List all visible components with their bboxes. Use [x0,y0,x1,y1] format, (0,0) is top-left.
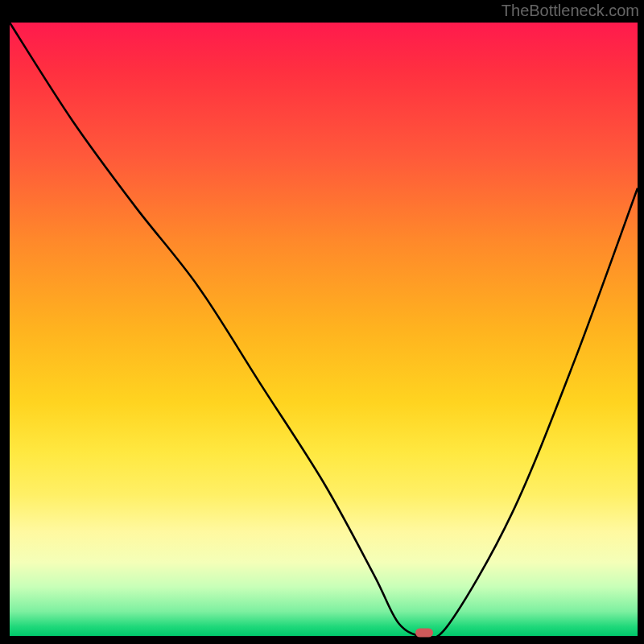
optimal-point-marker [415,629,433,638]
bottleneck-curve-path [10,23,638,636]
chart-container: TheBottleneck.com [0,0,644,644]
curve-svg [10,23,638,636]
plot-area [8,23,638,638]
watermark-text: TheBottleneck.com [502,2,639,20]
